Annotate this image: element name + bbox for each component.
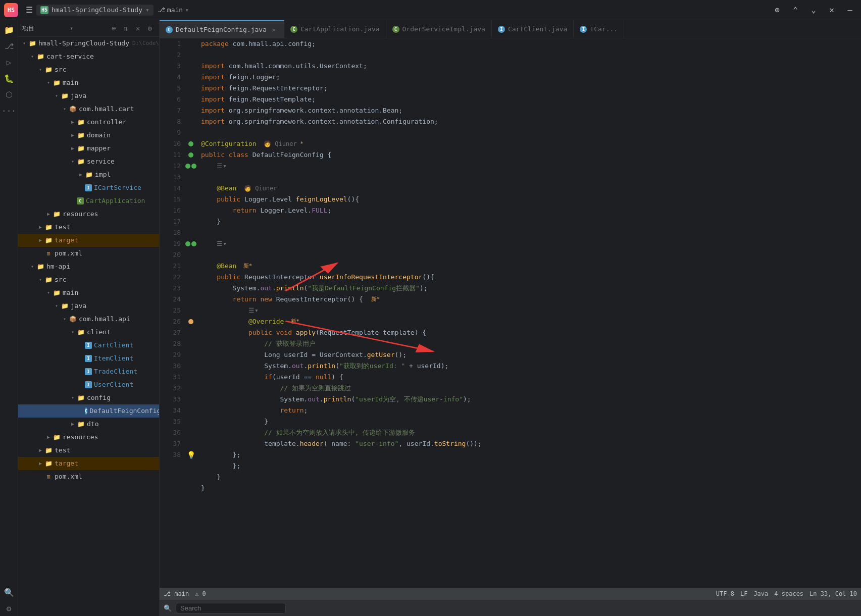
activity-more-icon[interactable]: ··· (2, 103, 17, 118)
config-badge: C (85, 407, 87, 415)
folder-icon: 📁 (77, 144, 85, 152)
hamburger-menu[interactable]: ☰ (22, 3, 36, 17)
tree-item-userclient[interactable]: ▶ I UserClient (18, 378, 159, 391)
search-icon: 🔍 (164, 604, 172, 612)
settings-icon[interactable]: ⚙ (145, 23, 155, 33)
tree-label: test (55, 445, 70, 456)
tree-item-resources2[interactable]: ▶ 📁 resources (18, 431, 159, 444)
tree-label: DefaultFeignConfig (89, 405, 159, 417)
app-logo: HS (4, 3, 18, 17)
tab-cartclient[interactable]: I CartClient.java (492, 20, 574, 38)
add-file-icon[interactable]: ⊕ (109, 23, 119, 33)
tree-item-package-cart[interactable]: ▾ 📦 com.hmall.cart (18, 102, 159, 116)
tree-item-service[interactable]: ▾ 📁 service (18, 155, 159, 168)
code-line-38 (201, 494, 857, 505)
tree-item-src1[interactable]: ▾ 📁 src (18, 63, 159, 76)
tree-item-pom1[interactable]: ▶ m pom.xml (18, 247, 159, 260)
code-line-18: @Bean 新* (201, 261, 857, 272)
tree-item-controller[interactable]: ▶ 📁 controller (18, 116, 159, 129)
tree-item-test2[interactable]: ▶ 📁 test (18, 444, 159, 457)
tree-item-defaultfeignconfig[interactable]: ▶ C DefaultFeignConfig (18, 404, 159, 418)
run-icon[interactable]: ✕ (825, 3, 839, 17)
tree-item-cartapplication[interactable]: ▶ C CartApplication (18, 194, 159, 208)
folder-icon: 📦 (69, 105, 77, 113)
tree-item-java1[interactable]: ▾ 📁 java (18, 89, 159, 102)
folder-icon: 📁 (53, 210, 61, 218)
tree-item-tradeclient[interactable]: ▶ I TradeClient (18, 365, 159, 378)
tree-item-target1[interactable]: ▶ 📁 target (18, 234, 159, 247)
activity-commit-icon[interactable]: ⎇ (2, 38, 17, 54)
tree-label: resources (63, 209, 98, 220)
code-content[interactable]: package com.hmall.api.config; import com… (197, 38, 861, 588)
tree-item-icartservice[interactable]: ▶ I ICartService (18, 181, 159, 194)
tab-orderserviceimpl[interactable]: C OrderServiceImpl.java (386, 20, 492, 38)
navigation-back-icon[interactable]: ⌃ (788, 3, 802, 17)
tree-arrow: ▶ (69, 131, 77, 139)
search-everywhere-icon[interactable]: ⊕ (770, 3, 784, 17)
tree-item-impl[interactable]: ▶ 📁 impl (18, 168, 159, 181)
folder-icon: 📁 (44, 459, 53, 468)
gutter-check-11[interactable] (185, 149, 197, 161)
tree-arrow: ▾ (36, 276, 44, 284)
code-editor[interactable]: 1 2 3 4 5 6 7 8 9 10 11 12 13 14 15 16 1… (160, 38, 861, 588)
line-ending-status[interactable]: LF (740, 590, 747, 597)
tree-item-hm-api[interactable]: ▾ 📁 hm-api (18, 260, 159, 273)
tree-item-main1[interactable]: ▾ 📁 main (18, 76, 159, 89)
activity-project-icon[interactable]: 📁 (2, 22, 17, 37)
tree-item-cart-service[interactable]: ▾ 📁 cart-service (18, 50, 159, 63)
tree-item-client[interactable]: ▾ 📁 client (18, 326, 159, 339)
gutter-double-17[interactable] (185, 238, 197, 249)
close-sidebar-icon[interactable]: ✕ (133, 23, 143, 33)
tree-arrow: ▾ (53, 92, 61, 100)
tree-item-cartclient[interactable]: ▶ I CartClient (18, 339, 159, 352)
activity-search-icon[interactable]: 🔍 (2, 585, 17, 600)
activity-run-icon[interactable]: ▷ (2, 55, 17, 70)
xml-file-icon2: m (44, 473, 53, 481)
gutter-check-10[interactable] (185, 138, 197, 149)
project-selector[interactable]: HS hmall-SpringCloud-Study ▾ (36, 5, 154, 16)
folder-icon: 📁 (77, 420, 85, 428)
expand-all-icon[interactable]: ⇅ (121, 23, 131, 33)
tree-label: domain (87, 130, 111, 141)
tab-icar[interactable]: I ICar... (574, 20, 624, 38)
code-line-blank (201, 227, 857, 238)
tree-arrow: ▶ (36, 223, 44, 231)
branch-selector[interactable]: ⎇ main ▾ (158, 6, 189, 14)
tree-item-target2[interactable]: ▶ 📁 target (18, 457, 159, 470)
indent-status[interactable]: 4 spaces (774, 590, 803, 597)
code-line-28: // 如果为空则直接跳过 (201, 383, 857, 394)
tree-item-domain[interactable]: ▶ 📁 domain (18, 129, 159, 142)
navigation-forward-icon[interactable]: ⌄ (806, 3, 821, 17)
tree-item-dto[interactable]: ▶ 📁 dto (18, 418, 159, 431)
tree-item-config[interactable]: ▾ 📁 config (18, 391, 159, 404)
language-status[interactable]: Java (753, 590, 768, 597)
tree-item-mapper[interactable]: ▶ 📁 mapper (18, 142, 159, 155)
tree-item-itemclient[interactable]: ▶ I ItemClient (18, 352, 159, 365)
encoding-status[interactable]: UTF-8 (716, 590, 734, 597)
tree-item-package-api[interactable]: ▾ 📦 com.hmall.api (18, 313, 159, 326)
search-box[interactable] (176, 603, 286, 613)
gutter-bulb-34[interactable]: 💡 (185, 449, 197, 460)
activity-settings-icon[interactable]: ⚙ (2, 601, 17, 616)
folder-java-icon: 📁 (61, 92, 69, 100)
tree-item-java2[interactable]: ▾ 📁 java (18, 299, 159, 313)
tree-item-resources1[interactable]: ▶ 📁 resources (18, 208, 159, 221)
folder-icon: 📁 (44, 223, 53, 231)
tree-item-pom2[interactable]: ▶ m pom.xml (18, 470, 159, 483)
gutter-double-12[interactable] (185, 161, 197, 172)
tree-arrow: ▾ (28, 53, 36, 61)
tab-cartapplication[interactable]: C CartApplication.java (284, 20, 386, 38)
tree-item-test1[interactable]: ▶ 📁 test (18, 221, 159, 234)
tree-item-src2[interactable]: ▾ 📁 src (18, 273, 159, 286)
tab-defaultfeignconfig[interactable]: C DefaultFeignConfig.java ✕ (160, 20, 284, 38)
activity-debug-icon[interactable]: 🐛 (2, 71, 17, 86)
tree-item-main2[interactable]: ▾ 📁 main (18, 286, 159, 299)
tab-close-icon[interactable]: ✕ (270, 26, 278, 34)
search-input[interactable] (180, 604, 281, 612)
tree-path: D:\Code\hmall-SpringCloud-St... (132, 38, 159, 49)
sidebar-header-actions: ⊕ ⇅ ✕ ⚙ (109, 23, 155, 33)
tree-item-root[interactable]: ▾ 📁 hmall-SpringCloud-Study D:\Code\hmal… (18, 37, 159, 50)
minimize-icon[interactable]: — (843, 3, 857, 17)
gutter-check-22b[interactable] (185, 316, 197, 327)
activity-plugins-icon[interactable]: ⬡ (2, 87, 17, 102)
